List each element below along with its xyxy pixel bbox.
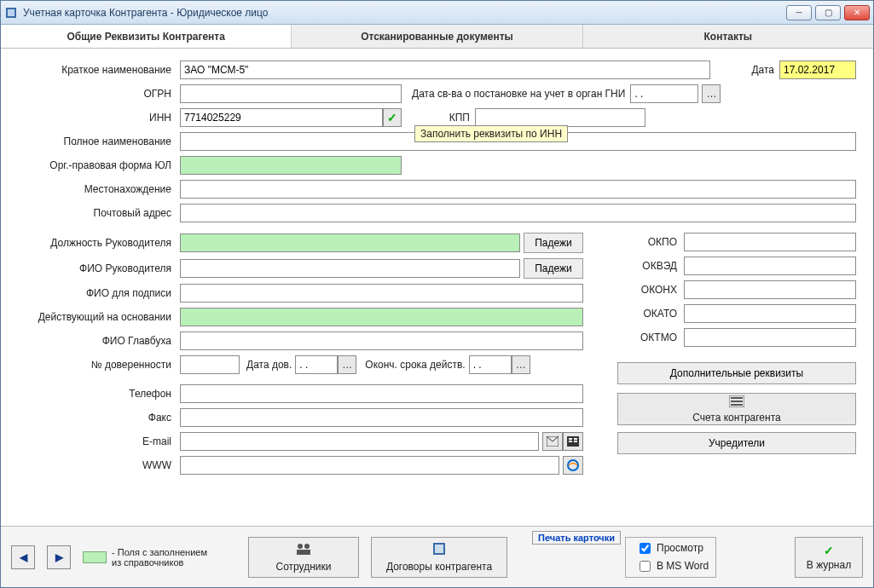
- inn-tooltip: Заполнить реквизиты по ИНН: [414, 125, 568, 142]
- employees-label: Сотрудники: [276, 561, 332, 573]
- window-title: Учетная карточка Контрагента - Юридическ…: [23, 7, 781, 19]
- svg-rect-12: [731, 404, 743, 406]
- contacts-list-button[interactable]: [563, 432, 583, 451]
- contracts-icon: [431, 541, 447, 559]
- minimize-button[interactable]: ─: [786, 5, 812, 20]
- msword-checkbox[interactable]: [640, 561, 651, 572]
- accounts-button-label: Счета контрагента: [692, 412, 780, 424]
- postal-field[interactable]: [180, 204, 856, 222]
- poa-end-field[interactable]: [469, 355, 512, 374]
- org-form-field[interactable]: [180, 156, 402, 175]
- label-date: Дата: [751, 64, 774, 76]
- legend-text: - Поля с заполнением из справочников: [112, 547, 207, 568]
- label-cert-date: Дата св-ва о постановке на учет в орган …: [412, 88, 625, 100]
- svg-point-13: [298, 544, 303, 549]
- okonh-field[interactable]: [684, 280, 856, 299]
- kpp-field[interactable]: [475, 108, 645, 127]
- tab-contacts[interactable]: Контакты: [583, 25, 873, 48]
- print-card-button[interactable]: Печать карточки: [532, 531, 621, 545]
- contracts-button[interactable]: Договоры контрагента: [371, 537, 507, 578]
- label-ogrn: ОГРН: [18, 88, 180, 100]
- msword-label: В MS Word: [657, 560, 709, 572]
- label-phone: Телефон: [18, 388, 180, 400]
- tab-general[interactable]: Общие Реквизиты Контрагента: [1, 25, 292, 48]
- label-okato: ОКАТО: [617, 308, 677, 320]
- tab-scanned[interactable]: Отсканированные документы: [292, 25, 582, 48]
- cases-button-1[interactable]: Падежи: [524, 233, 583, 253]
- oktmo-field[interactable]: [684, 328, 856, 347]
- short-name-field[interactable]: [180, 61, 710, 79]
- poa-date-picker-button[interactable]: …: [338, 355, 356, 374]
- label-www: WWW: [18, 459, 180, 471]
- email-field[interactable]: [180, 432, 539, 451]
- svg-rect-11: [731, 401, 743, 402]
- label-fio-sign: ФИО для подписи: [18, 287, 180, 299]
- journal-check-icon: ✓: [824, 544, 834, 557]
- label-poa-end: Оконч. срока действ.: [365, 359, 465, 371]
- to-journal-button[interactable]: ✓ В журнал: [795, 537, 863, 578]
- founders-button[interactable]: Учредители: [617, 432, 856, 454]
- label-oktmo: ОКТМО: [617, 331, 677, 343]
- open-browser-button[interactable]: [563, 456, 583, 475]
- mail-send-button[interactable]: [542, 432, 563, 451]
- check-icon: ✓: [387, 111, 397, 124]
- cases-button-2[interactable]: Падежи: [524, 258, 583, 279]
- acc-fio-field[interactable]: [180, 331, 583, 350]
- ogrn-field[interactable]: [180, 84, 402, 103]
- okved-field[interactable]: [684, 257, 856, 275]
- svg-rect-4: [569, 438, 572, 440]
- svg-rect-6: [574, 438, 577, 440]
- label-full-name: Полное наименование: [18, 135, 180, 147]
- label-basis: Действующий на основании: [18, 311, 180, 323]
- extra-requisites-button[interactable]: Дополнительные реквизиты: [617, 362, 856, 384]
- head-position-field[interactable]: [180, 233, 520, 252]
- poa-no-field[interactable]: [180, 355, 240, 374]
- label-location: Местонахождение: [18, 183, 180, 195]
- preview-checkbox-row[interactable]: Просмотр: [636, 540, 709, 556]
- svg-rect-10: [731, 397, 743, 399]
- preview-checkbox[interactable]: [640, 543, 651, 554]
- legend-line2: из справочников: [112, 557, 207, 568]
- phone-field[interactable]: [180, 384, 583, 403]
- window: Учетная карточка Контрагента - Юридическ…: [0, 0, 874, 588]
- tab-content: Краткое наименование Дата ОГРН Дата св-в…: [1, 49, 873, 526]
- cert-date-picker-button[interactable]: …: [702, 84, 721, 103]
- cert-date-field[interactable]: [630, 84, 698, 103]
- preview-label: Просмотр: [657, 542, 703, 554]
- poa-end-picker-button[interactable]: …: [512, 355, 530, 374]
- accounts-button[interactable]: Счета контрагента: [617, 393, 856, 425]
- okpo-field[interactable]: [684, 233, 856, 251]
- label-okved: ОКВЭД: [617, 260, 677, 272]
- msword-checkbox-row[interactable]: В MS Word: [636, 558, 709, 574]
- fio-sign-field[interactable]: [180, 284, 583, 303]
- basis-field[interactable]: [180, 308, 583, 326]
- poa-date-field[interactable]: [295, 355, 338, 374]
- close-button[interactable]: ✕: [844, 5, 870, 20]
- label-short-name: Краткое наименование: [18, 64, 180, 76]
- date-field[interactable]: [779, 61, 856, 79]
- svg-rect-1: [8, 9, 14, 16]
- svg-rect-5: [569, 441, 572, 442]
- label-fax: Факс: [18, 412, 180, 424]
- fill-by-inn-button[interactable]: ✓: [383, 108, 402, 127]
- employees-button[interactable]: Сотрудники: [248, 537, 359, 578]
- okato-field[interactable]: [684, 304, 856, 323]
- fax-field[interactable]: [180, 408, 583, 427]
- www-field[interactable]: [180, 456, 559, 475]
- maximize-button[interactable]: ▢: [815, 5, 841, 20]
- head-fio-field[interactable]: [180, 259, 520, 278]
- label-org-form: Орг.-правовая форма ЮЛ: [18, 159, 180, 171]
- nav-prev-button[interactable]: ◀: [11, 545, 35, 569]
- label-okpo: ОКПО: [617, 236, 677, 248]
- label-acc-fio: ФИО Главбуха: [18, 335, 180, 347]
- nav-next-button[interactable]: ▶: [47, 545, 71, 569]
- journal-label: В журнал: [807, 559, 851, 571]
- inn-field[interactable]: [180, 108, 383, 127]
- location-field[interactable]: [180, 180, 856, 199]
- svg-point-14: [304, 544, 310, 549]
- label-inn: ИНН: [18, 112, 180, 124]
- svg-rect-17: [435, 545, 443, 553]
- contracts-label: Договоры контрагента: [386, 561, 492, 573]
- label-poa-date: Дата дов.: [246, 359, 292, 371]
- legend-swatch: [83, 551, 107, 563]
